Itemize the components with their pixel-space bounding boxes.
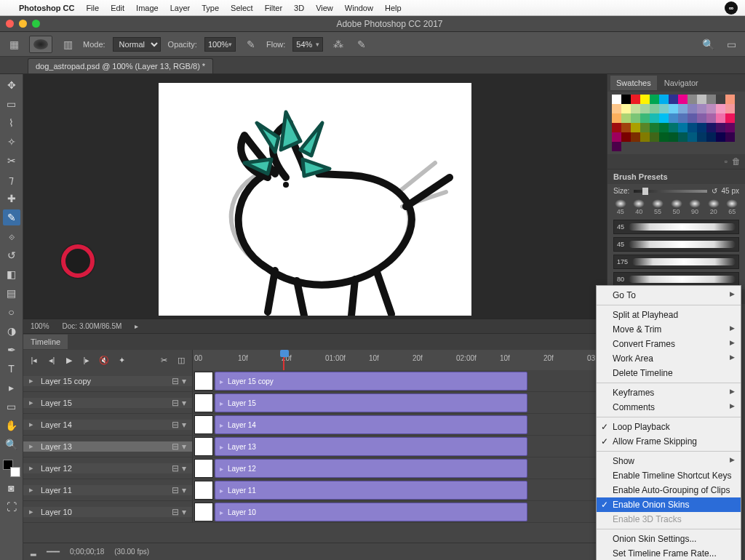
swatch[interactable] [659, 132, 669, 142]
swatch[interactable] [621, 132, 631, 142]
workspace-icon[interactable]: ▭ [723, 36, 739, 52]
swatch[interactable] [659, 104, 669, 113]
swatch[interactable] [669, 104, 678, 113]
layer-props-icon[interactable]: ⊟ [172, 485, 179, 495]
menu-item[interactable]: Move & Trim [597, 322, 741, 337]
search-icon[interactable]: 🔍 [700, 36, 716, 52]
layer-props-icon[interactable]: ⊟ [172, 463, 179, 473]
swatch[interactable] [631, 95, 640, 104]
disclosure-icon[interactable]: ▸ [29, 376, 36, 385]
first-frame-button[interactable]: |◂ [29, 355, 39, 365]
swatch[interactable] [706, 132, 716, 142]
layer-props-icon[interactable]: ⊟ [172, 507, 179, 517]
swatch[interactable] [716, 113, 725, 123]
layer-props-icon[interactable]: ⊟ [172, 376, 179, 386]
timeline-layer-row[interactable]: ▸Layer 13⊟▾▸Layer 13+ [23, 436, 607, 457]
brush-size-slider[interactable] [634, 190, 706, 193]
swatches-grid[interactable] [607, 92, 745, 154]
timeline-playhead[interactable] [283, 350, 284, 370]
ps-home-icon[interactable]: ▦ [6, 36, 22, 52]
hand-tool-icon[interactable]: ✋ [3, 417, 20, 433]
menu-image[interactable]: Image [136, 4, 159, 12]
swatch[interactable] [621, 104, 631, 113]
pressure-size-icon[interactable]: ✎ [354, 36, 370, 52]
swatch[interactable] [678, 113, 688, 123]
swatch[interactable] [688, 113, 697, 123]
menu-item[interactable]: Convert Frames [597, 337, 741, 351]
history-brush-tool-icon[interactable]: ↺ [3, 247, 20, 263]
timeline-ruler[interactable]: 00 10f 20f 01:00f 10f 20f 02:00f 10f 20f… [192, 350, 607, 370]
disclosure-icon[interactable]: ▸ [29, 398, 36, 407]
blur-tool-icon[interactable]: ○ [3, 304, 20, 320]
swatch[interactable] [640, 95, 650, 104]
navigator-tab[interactable]: Navigator [658, 76, 704, 90]
menu-item[interactable]: Set Timeline Frame Rate... [597, 546, 741, 560]
swatch[interactable] [706, 95, 716, 104]
swatch[interactable] [697, 132, 706, 142]
menu-item[interactable]: Enable Auto-Grouping of Clips [597, 483, 741, 497]
brush-tip[interactable]: 45 [613, 199, 628, 215]
timeline-layer-row[interactable]: ▸Layer 12⊟▾▸Layer 12+ [23, 457, 607, 479]
foreground-background-colors[interactable] [3, 460, 20, 477]
menu-layer[interactable]: Layer [170, 4, 191, 12]
chevron-down-icon[interactable]: ▾ [182, 398, 186, 408]
swatch[interactable] [697, 113, 706, 123]
marquee-tool-icon[interactable]: ▭ [3, 96, 20, 112]
swatch[interactable] [688, 104, 697, 113]
swatches-tab[interactable]: Swatches [610, 76, 657, 90]
timeline-layer-row[interactable]: ▸Layer 10⊟▾▸Layer 10+ [23, 501, 607, 523]
brush-stroke-preview[interactable]: 45 [613, 237, 739, 252]
chevron-down-icon[interactable]: ▾ [182, 463, 186, 473]
dodge-tool-icon[interactable]: ◑ [3, 323, 20, 339]
brush-tip[interactable]: 40 [632, 199, 647, 215]
screenmode-icon[interactable]: ⛶ [3, 499, 20, 515]
disclosure-icon[interactable]: ▸ [29, 420, 36, 429]
menu-window[interactable]: Window [345, 4, 373, 12]
brush-stroke-preview[interactable]: 45 [613, 220, 739, 234]
swatch[interactable] [612, 132, 621, 142]
menu-file[interactable]: File [86, 4, 99, 12]
swatch[interactable] [697, 95, 706, 104]
video-clip[interactable]: ▸Layer 15 copy [215, 372, 527, 391]
swatch[interactable] [725, 123, 735, 132]
timeline-layer-row[interactable]: ▸Layer 14⊟▾▸Layer 14+ [23, 414, 607, 436]
shape-tool-icon[interactable]: ▭ [3, 399, 20, 415]
zoom-level[interactable]: 100% [31, 322, 49, 330]
menu-item[interactable]: Split at Playhead [597, 308, 741, 322]
clone-stamp-tool-icon[interactable]: ⟐ [3, 228, 20, 244]
swatch[interactable] [716, 104, 725, 113]
swatch[interactable] [640, 113, 650, 123]
swatch[interactable] [688, 95, 697, 104]
brush-tip[interactable]: 50 [669, 199, 684, 215]
opacity-field[interactable]: 100% [204, 37, 236, 52]
swatch[interactable] [640, 104, 650, 113]
brush-stroke-preview[interactable]: 175 [613, 255, 739, 269]
brush-size-field[interactable]: 45 px [722, 187, 739, 195]
eraser-tool-icon[interactable]: ◧ [3, 266, 20, 282]
pressure-opacity-icon[interactable]: ✎ [243, 36, 259, 52]
audio-mute-button[interactable]: 🔇 [99, 355, 109, 365]
swatch[interactable] [669, 95, 678, 104]
menu-item[interactable]: Comments [597, 400, 741, 415]
window-close-button[interactable] [6, 20, 14, 28]
timeline-tab[interactable]: Timeline [23, 335, 68, 349]
swatch[interactable] [688, 123, 697, 132]
menu-select[interactable]: Select [231, 4, 253, 12]
swatch[interactable] [631, 113, 640, 123]
swatch[interactable] [640, 132, 650, 142]
video-clip[interactable]: ▸Layer 10 [215, 503, 527, 521]
menu-item[interactable]: Enable Onion Skins [597, 497, 741, 512]
healing-brush-tool-icon[interactable]: ✚ [3, 191, 20, 207]
video-clip[interactable]: ▸Layer 15 [215, 393, 527, 412]
disclosure-icon[interactable]: ▸ [29, 507, 36, 516]
swatch[interactable] [697, 123, 706, 132]
swatch[interactable] [612, 113, 621, 123]
swatch[interactable] [659, 95, 669, 104]
menu-item[interactable]: Onion Skin Settings... [597, 532, 741, 546]
brush-tip[interactable]: 20 [706, 199, 721, 215]
video-clip[interactable]: ▸Layer 12 [215, 459, 527, 478]
swatch[interactable] [650, 95, 659, 104]
video-clip[interactable]: ▸Layer 11 [215, 481, 527, 500]
flow-field[interactable]: 54% [292, 37, 323, 52]
disclosure-icon[interactable]: ▸ [29, 441, 36, 451]
